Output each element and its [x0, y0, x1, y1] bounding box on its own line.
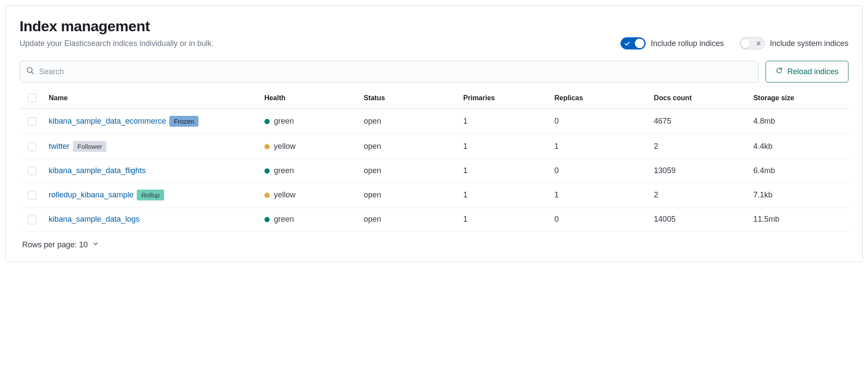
rollup-badge: Rollup: [137, 190, 164, 200]
col-header-primaries[interactable]: Primaries: [459, 87, 550, 109]
toggle-include-rollup[interactable]: [620, 37, 646, 49]
replicas-value: 0: [550, 208, 650, 231]
index-name-link[interactable]: kibana_sample_data_logs: [49, 215, 139, 224]
index-name-link[interactable]: rolledup_kibana_sample: [49, 190, 133, 200]
search-input[interactable]: [35, 67, 752, 76]
status-value: open: [360, 109, 459, 134]
table-row: rolledup_kibana_sampleRollupyellowopen11…: [20, 183, 848, 208]
storage-size-value: 4.8mb: [749, 109, 848, 134]
col-header-name[interactable]: Name: [44, 87, 260, 109]
toggle-group: Include rollup indices Include system in…: [620, 37, 848, 49]
docs-count-value: 2: [650, 134, 749, 159]
status-value: open: [360, 208, 459, 231]
docs-count-value: 14005: [650, 208, 749, 231]
select-all-checkbox[interactable]: [28, 94, 36, 102]
rows-per-page-label: Rows per page: 10: [22, 240, 88, 249]
row-checkbox[interactable]: [28, 142, 36, 151]
col-header-status[interactable]: Status: [360, 87, 459, 109]
replicas-value: 0: [550, 159, 650, 183]
table-row: kibana_sample_data_flightsgreenopen10130…: [20, 159, 848, 183]
col-header-health[interactable]: Health: [260, 87, 360, 109]
index-management-panel: Index management Update your Elasticsear…: [5, 5, 863, 262]
table-row: kibana_sample_data_ecommerceFrozengreeno…: [20, 109, 848, 134]
frozen-badge: Frozen: [169, 116, 198, 127]
storage-size-value: 11.5mb: [749, 208, 848, 231]
health-value: green: [274, 117, 294, 126]
indices-table: Name Health Status Primaries Replicas Do…: [20, 87, 848, 232]
health-dot-icon: [264, 144, 270, 149]
health-value: yellow: [274, 142, 296, 151]
health-value: green: [274, 215, 294, 224]
storage-size-value: 6.4mb: [749, 159, 848, 183]
status-value: open: [360, 183, 459, 208]
docs-count-value: 13059: [650, 159, 749, 183]
follower-badge: Follower: [73, 141, 106, 152]
replicas-value: 1: [550, 134, 650, 159]
index-name-link[interactable]: kibana_sample_data_flights: [49, 166, 145, 175]
reload-indices-button[interactable]: Reload indices: [766, 61, 848, 82]
page-title: Index management: [20, 18, 848, 35]
svg-line-1: [32, 72, 34, 74]
health-dot-icon: [264, 193, 270, 198]
status-value: open: [360, 134, 459, 159]
health-dot-icon: [264, 168, 270, 174]
health-dot-icon: [264, 119, 270, 124]
row-checkbox[interactable]: [28, 216, 36, 224]
index-name-link[interactable]: twitter: [49, 142, 69, 151]
health-value: yellow: [274, 190, 296, 200]
toggle-include-system[interactable]: [739, 37, 765, 49]
row-checkbox[interactable]: [28, 191, 36, 200]
table-row: twitterFolloweryellowopen1124.4kb: [20, 134, 848, 159]
index-name-link[interactable]: kibana_sample_data_ecommerce: [49, 117, 166, 126]
col-header-docs[interactable]: Docs count: [650, 87, 749, 109]
primaries-value: 1: [459, 183, 550, 208]
health-dot-icon: [264, 217, 270, 222]
rows-per-page-selector[interactable]: Rows per page: 10: [22, 240, 99, 249]
primaries-value: 1: [459, 109, 550, 134]
toggle-include-system-label: Include system indices: [770, 39, 848, 48]
toggle-include-rollup-label: Include rollup indices: [651, 39, 724, 48]
cross-icon: [756, 41, 761, 46]
row-checkbox[interactable]: [28, 167, 36, 175]
refresh-icon: [776, 67, 783, 76]
row-checkbox[interactable]: [28, 117, 36, 126]
docs-count-value: 4675: [650, 109, 749, 134]
replicas-value: 1: [550, 183, 650, 208]
status-value: open: [360, 159, 459, 183]
storage-size-value: 7.1kb: [749, 183, 848, 208]
primaries-value: 1: [459, 159, 550, 183]
search-field-wrapper[interactable]: [20, 61, 759, 82]
docs-count-value: 2: [650, 183, 749, 208]
primaries-value: 1: [459, 134, 550, 159]
storage-size-value: 4.4kb: [749, 134, 848, 159]
reload-indices-label: Reload indices: [787, 67, 838, 76]
col-header-replicas[interactable]: Replicas: [550, 87, 650, 109]
table-row: kibana_sample_data_logsgreenopen10140051…: [20, 208, 848, 231]
replicas-value: 0: [550, 109, 650, 134]
search-icon: [26, 66, 35, 77]
check-icon: [624, 41, 630, 46]
health-value: green: [274, 166, 294, 175]
primaries-value: 1: [459, 208, 550, 231]
chevron-down-icon: [92, 240, 99, 249]
col-header-size[interactable]: Storage size: [749, 87, 848, 109]
page-description: Update your Elasticsearch indices indivi…: [20, 39, 214, 48]
